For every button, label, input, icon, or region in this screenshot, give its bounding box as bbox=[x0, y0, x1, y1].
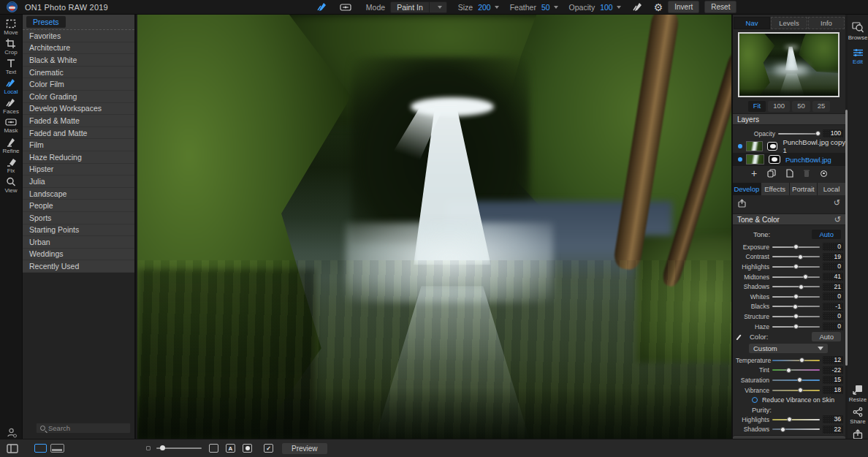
slider-track[interactable] bbox=[772, 316, 820, 317]
rail-share[interactable]: Share bbox=[850, 407, 865, 425]
slider-value[interactable]: 22 bbox=[823, 426, 843, 434]
tool-mask[interactable]: Mask bbox=[0, 118, 22, 137]
single-view-icon[interactable] bbox=[34, 444, 47, 453]
original-view-icon[interactable] bbox=[209, 444, 218, 453]
module-tab[interactable]: Effects bbox=[761, 183, 789, 195]
gear-icon[interactable]: ⚙ bbox=[654, 2, 663, 12]
preset-category[interactable]: Color Film bbox=[23, 78, 134, 91]
slider-knob[interactable] bbox=[793, 244, 799, 249]
nav-tab[interactable]: Levels bbox=[771, 17, 807, 29]
slider-value[interactable]: -22 bbox=[823, 366, 843, 374]
reset-all-settings-icon[interactable]: ↺ bbox=[834, 199, 840, 207]
slider-knob[interactable] bbox=[793, 304, 798, 309]
tool-crop[interactable]: Crop bbox=[0, 39, 22, 58]
slider-track[interactable] bbox=[772, 246, 820, 248]
rail-edit[interactable]: Edit bbox=[853, 48, 864, 65]
tool-move[interactable]: Move bbox=[0, 19, 22, 39]
slider-knob[interactable] bbox=[793, 324, 799, 329]
reduce-vibrance-checkbox[interactable]: Reduce Vibrance on Skin bbox=[733, 395, 845, 404]
reset-tool-button[interactable]: Reset bbox=[704, 1, 736, 13]
slider-value[interactable]: 15 bbox=[823, 376, 843, 384]
slider-knob[interactable] bbox=[793, 294, 799, 299]
canvas-zoom-slider[interactable] bbox=[156, 447, 202, 449]
layer-opacity-track[interactable] bbox=[778, 133, 820, 135]
slider-track[interactable] bbox=[772, 286, 820, 287]
slider-value[interactable]: 0 bbox=[823, 292, 843, 301]
layer-thumbnail[interactable] bbox=[746, 154, 764, 165]
rail-browse[interactable]: Browse bbox=[848, 22, 868, 41]
zoom-out-icon[interactable] bbox=[146, 446, 151, 450]
chevron-down-icon[interactable] bbox=[554, 6, 558, 9]
preset-category[interactable]: Color Grading bbox=[23, 91, 134, 103]
slider-value[interactable]: 0 bbox=[823, 312, 843, 320]
local-brush-icon[interactable] bbox=[317, 2, 328, 12]
left-panel-toggle-icon[interactable] bbox=[7, 444, 18, 453]
preset-category[interactable]: Cinematic bbox=[23, 67, 134, 79]
slider-knob[interactable] bbox=[803, 274, 808, 279]
preset-category[interactable]: Weddings bbox=[23, 249, 134, 261]
nav-tab[interactable]: Info bbox=[808, 17, 845, 29]
layer-visibility-icon[interactable] bbox=[738, 144, 742, 148]
slider-value[interactable]: 36 bbox=[823, 415, 843, 423]
color-preset-dropdown[interactable]: Custom bbox=[749, 344, 828, 353]
preset-category[interactable]: Develop Workspaces bbox=[23, 103, 134, 116]
preset-category[interactable]: Recently Used bbox=[23, 260, 134, 273]
slider-value[interactable]: 12 bbox=[823, 356, 843, 364]
slider-track[interactable] bbox=[772, 360, 820, 361]
slider-knob[interactable] bbox=[797, 377, 802, 382]
slider-track[interactable] bbox=[772, 266, 820, 268]
preset-category[interactable]: Faded & Matte bbox=[23, 115, 134, 127]
soft-proof-icon[interactable]: ✓ bbox=[264, 444, 273, 453]
slider-value[interactable]: 21 bbox=[823, 283, 843, 291]
tool-fix[interactable]: Fix bbox=[0, 157, 22, 177]
layer-row[interactable]: PunchBowl.jpg copy 1 bbox=[733, 140, 845, 153]
module-tab[interactable]: Local bbox=[818, 183, 845, 195]
slider-value[interactable]: 0 bbox=[823, 263, 843, 271]
zoom-button[interactable]: 25 bbox=[812, 101, 831, 112]
preset-category[interactable]: Favorites bbox=[23, 30, 134, 42]
mask-view-icon[interactable] bbox=[243, 444, 252, 453]
preset-category[interactable]: Sports bbox=[23, 212, 134, 224]
search-input[interactable] bbox=[48, 424, 121, 432]
slider-value[interactable]: 19 bbox=[823, 253, 843, 261]
slider-knob[interactable] bbox=[798, 254, 803, 260]
slider-track[interactable] bbox=[772, 379, 820, 381]
slider-track[interactable] bbox=[772, 326, 820, 328]
preset-category[interactable]: Architecture bbox=[23, 42, 134, 55]
preset-category[interactable]: Haze Reducing bbox=[23, 151, 134, 164]
add-layer-icon[interactable]: + bbox=[751, 168, 757, 178]
preset-category[interactable]: Black & White bbox=[23, 54, 134, 67]
slider-track[interactable] bbox=[772, 306, 820, 307]
tone-color-header[interactable]: Tone & Color ↺ bbox=[733, 214, 845, 225]
preset-category[interactable]: Starting Points bbox=[23, 224, 134, 237]
navigator-thumbnail[interactable] bbox=[738, 32, 840, 97]
slider-value[interactable]: 0 bbox=[823, 322, 843, 331]
slider-value[interactable]: 41 bbox=[823, 273, 843, 281]
slider-knob[interactable] bbox=[799, 284, 804, 290]
preset-category[interactable]: Landscape bbox=[23, 188, 134, 200]
layer-mask-icon[interactable] bbox=[821, 170, 827, 177]
chevron-down-icon[interactable] bbox=[495, 6, 499, 9]
slider-track[interactable] bbox=[772, 428, 820, 430]
slider-knob[interactable] bbox=[793, 264, 799, 269]
module-tab[interactable]: Portrait bbox=[790, 183, 818, 195]
merge-layer-icon[interactable] bbox=[803, 169, 810, 178]
slider-track[interactable] bbox=[772, 276, 820, 278]
layer-mask-thumbnail[interactable] bbox=[767, 142, 778, 151]
save-preset-icon[interactable] bbox=[738, 199, 746, 208]
zoom-button[interactable]: 50 bbox=[792, 101, 810, 112]
perfect-brush-icon[interactable] bbox=[633, 2, 644, 12]
feather-value[interactable]: 50 bbox=[541, 3, 550, 12]
account-icon[interactable] bbox=[7, 428, 17, 438]
tool-faces[interactable]: Faces bbox=[0, 98, 22, 118]
tool-view[interactable]: View bbox=[0, 177, 22, 197]
slider-track[interactable] bbox=[772, 419, 820, 420]
tool-refine[interactable]: Refine bbox=[0, 137, 22, 157]
slider-value[interactable]: -1 bbox=[823, 303, 843, 311]
slider-knob[interactable] bbox=[787, 417, 792, 422]
zoom-button[interactable]: Fit bbox=[748, 101, 766, 112]
zoom-knob[interactable] bbox=[160, 445, 165, 450]
slider-value[interactable]: 18 bbox=[823, 386, 843, 394]
photo-canvas[interactable] bbox=[137, 15, 731, 439]
slider-track[interactable] bbox=[772, 256, 820, 257]
